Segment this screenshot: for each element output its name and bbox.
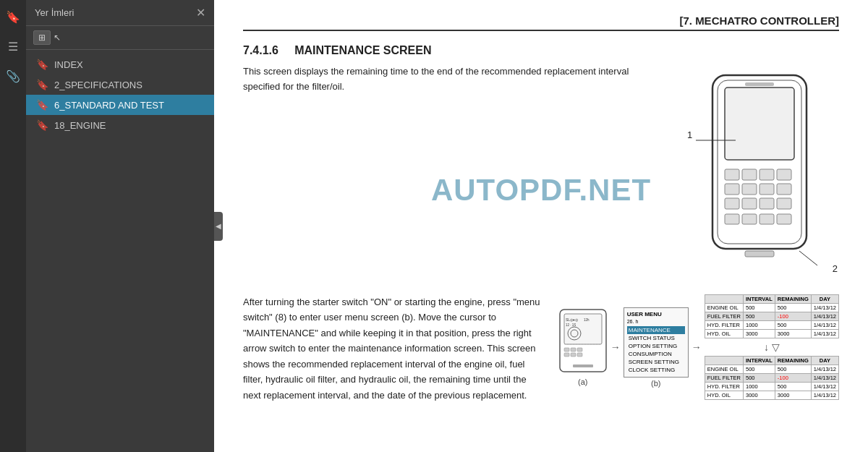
svg-rect-4 — [745, 82, 774, 86]
sidebar-title: Yer İmleri — [35, 7, 74, 18]
svg-rect-11 — [760, 184, 774, 195]
table2-row0-name: ENGINE OIL — [705, 365, 743, 374]
table2-col-day: DAY — [811, 357, 838, 365]
label-a: (a) — [558, 378, 608, 386]
maintenance-table-1: INTERVAL REMAINING DAY ENGINE OIL 500 50… — [705, 294, 839, 338]
bookmark-icon-specs: 🔖 — [36, 79, 48, 90]
diagram-group-top: SL◎♦◎ 12 · 1S 12h — [558, 294, 839, 400]
maintenance-table-2: INTERVAL REMAINING DAY ENGINE OIL 500 50… — [705, 356, 839, 400]
sidebar: Yer İmleri ✕ ⊞ ↖ 🔖 INDEX 🔖 2_SPECIFICATI… — [26, 0, 214, 452]
table1-row3-remaining: 3000 — [775, 330, 811, 338]
table2-row0-day: 1/4/13/12 — [811, 365, 838, 374]
sidebar-close-button[interactable]: ✕ — [196, 6, 205, 20]
table2-row0-interval: 500 — [743, 365, 775, 374]
svg-rect-9 — [725, 184, 739, 195]
svg-text:12h: 12h — [584, 318, 590, 322]
table1-row1-name: FUEL FILTER — [705, 312, 743, 321]
table1-row-2: HYD. FILTER 1000 500 1/4/13/12 — [705, 321, 838, 330]
table1-row3-interval: 3000 — [743, 330, 775, 338]
svg-rect-32 — [577, 348, 582, 351]
table1-row-1: FUEL FILTER 500 -100 1/4/13/12 — [705, 312, 838, 321]
table2-row2-name: HYD. FILTER — [705, 383, 743, 391]
bookmark-label-standard: 6_STANDARD AND TEST — [54, 100, 164, 111]
table1-col-day: DAY — [811, 295, 838, 304]
user-menu-item-screen: SCREEN SETTING — [627, 358, 685, 366]
user-menu-hours: 26. h — [627, 319, 685, 324]
table1-row1-day: 1/4/13/12 — [811, 312, 838, 321]
bookmark-icon-engine: 🔖 — [36, 119, 48, 131]
svg-rect-18 — [742, 214, 757, 224]
bookmark-label-engine: 18_ENGINE — [54, 120, 106, 131]
svg-rect-7 — [760, 169, 774, 180]
table2-row-1: FUEL FILTER 500 -100 1/4/13/12 — [705, 374, 838, 383]
user-menu-container: USER MENU 26. h MAINTENANCE SWITCH STATU… — [624, 307, 689, 388]
icon-panel: 🔖 ☰ 📎 — [0, 0, 26, 452]
table1-row2-interval: 1000 — [743, 321, 775, 330]
screen-a-svg: SL◎♦◎ 12 · 1S 12h — [558, 308, 608, 373]
svg-rect-35 — [577, 353, 582, 357]
page-header: [7. MECHATRO CONTROLLER] — [243, 14, 839, 31]
table1-row2-remaining: 500 — [775, 321, 811, 330]
detail-text: After turning the starter switch "ON" or… — [243, 294, 544, 403]
diagram-label-2: 2 — [833, 263, 838, 274]
bookmark-item-specs[interactable]: 🔖 2_SPECIFICATIONS — [26, 74, 214, 95]
table1-col-remaining: REMAINING — [775, 295, 811, 304]
svg-rect-14 — [742, 198, 757, 209]
svg-rect-30 — [564, 348, 569, 351]
content-row-top: This screen displays the remaining time … — [243, 64, 839, 281]
svg-rect-6 — [742, 169, 757, 180]
svg-rect-19 — [760, 214, 774, 224]
bookmarks-panel-icon[interactable]: 🔖 — [3, 7, 23, 27]
svg-rect-8 — [777, 169, 791, 180]
bookmark-item-standard[interactable]: 🔖 6_STANDARD AND TEST — [26, 95, 214, 115]
svg-line-22 — [799, 251, 817, 265]
svg-rect-16 — [777, 198, 791, 209]
bookmark-item-index[interactable]: 🔖 INDEX — [26, 54, 214, 74]
table2-row-0: ENGINE OIL 500 500 1/4/13/12 — [705, 365, 838, 374]
svg-rect-17 — [725, 214, 739, 224]
device-diagram: 1 — [680, 64, 839, 281]
table1-col-interval: INTERVAL — [743, 295, 775, 304]
user-menu-item-clock: CLOCK SETTING — [627, 366, 685, 374]
table1-row0-remaining: 500 — [775, 304, 811, 312]
device-illustration — [687, 72, 832, 281]
table1-col-name — [705, 295, 743, 304]
table1-row3-name: HYD. OIL — [705, 330, 743, 338]
sidebar-toolbar: ⊞ ↖ — [26, 26, 214, 50]
intro-text: This screen displays the remaining time … — [243, 64, 665, 281]
svg-rect-20 — [777, 214, 791, 224]
svg-text:12 · 1S: 12 · 1S — [566, 323, 576, 327]
bookmark-item-engine[interactable]: 🔖 18_ENGINE — [26, 115, 214, 135]
table2-row1-remaining: -100 — [775, 374, 811, 383]
svg-rect-10 — [742, 184, 757, 195]
table2-row2-day: 1/4/13/12 — [811, 383, 838, 391]
table2-col-interval: INTERVAL — [743, 357, 775, 365]
screen-a-container: SL◎♦◎ 12 · 1S 12h — [558, 308, 608, 386]
svg-rect-3 — [725, 88, 794, 160]
user-menu-item-consumption: CONSUMPTION — [627, 350, 685, 358]
svg-rect-12 — [777, 184, 791, 195]
table1-row0-name: ENGINE OIL — [705, 304, 743, 312]
arrow-to-menu: → — [610, 341, 621, 353]
table1-row1-remaining: -100 — [775, 312, 811, 321]
table2-row0-remaining: 500 — [775, 365, 811, 374]
collapse-sidebar-handle[interactable]: ◀ — [214, 212, 223, 241]
main-content: [7. MECHATRO CONTROLLER] 7.4.1.6 MAINTEN… — [214, 0, 868, 452]
layers-panel-icon[interactable]: ☰ — [5, 37, 21, 56]
bookmark-icon-index: 🔖 — [36, 59, 48, 70]
table1-row2-day: 1/4/13/12 — [811, 321, 838, 330]
attach-panel-icon[interactable]: 📎 — [3, 67, 23, 86]
table2-row1-interval: 500 — [743, 374, 775, 383]
table1-row0-day: 1/4/13/12 — [811, 304, 838, 312]
table2-row2-remaining: 500 — [775, 383, 811, 391]
table2-row3-day: 1/4/13/12 — [811, 391, 838, 400]
svg-rect-33 — [564, 353, 569, 357]
table1-row3-day: 1/4/13/12 — [811, 330, 838, 338]
svg-rect-36 — [573, 364, 593, 367]
table2-row-3: HYD. OIL 3000 3000 1/4/13/12 — [705, 391, 838, 400]
sidebar-header: Yer İmleri ✕ — [26, 0, 214, 26]
svg-text:SL◎♦◎: SL◎♦◎ — [566, 317, 579, 322]
bookmark-icon-standard: 🔖 — [36, 99, 48, 111]
toolbar-menu-button[interactable]: ⊞ — [33, 30, 51, 45]
svg-rect-34 — [571, 353, 576, 357]
